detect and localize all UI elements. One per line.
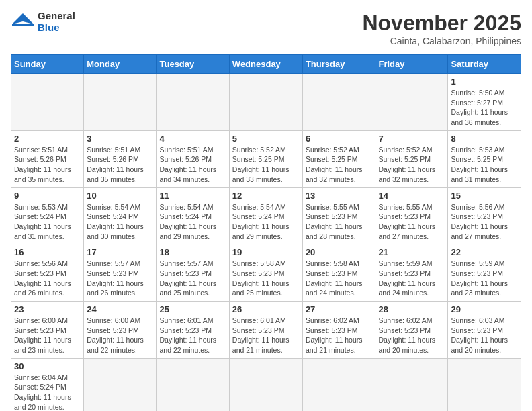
day-number: 12 — [232, 191, 300, 201]
day-cell-27: 27 Sunrise: 6:02 AM Sunset: 5:23 PM Dayl… — [302, 302, 375, 359]
day-info: Sunrise: 5:51 AM Sunset: 5:26 PM Dayligh… — [87, 145, 153, 185]
empty-cell — [229, 358, 302, 411]
day-cell-23: 23 Sunrise: 6:00 AM Sunset: 5:23 PM Dayl… — [11, 302, 84, 359]
logo: General Blue — [11, 11, 75, 33]
day-cell-9: 9 Sunrise: 5:53 AM Sunset: 5:24 PM Dayli… — [11, 187, 84, 244]
day-info: Sunrise: 5:56 AM Sunset: 5:23 PM Dayligh… — [14, 259, 81, 298]
calendar-row-3: 9 Sunrise: 5:53 AM Sunset: 5:24 PM Dayli… — [11, 187, 521, 244]
day-number: 27 — [306, 304, 373, 314]
day-cell-5: 5 Sunrise: 5:52 AM Sunset: 5:25 PM Dayli… — [229, 130, 302, 187]
day-cell-7: 7 Sunrise: 5:52 AM Sunset: 5:25 PM Dayli… — [375, 130, 448, 187]
day-cell-19: 19 Sunrise: 5:58 AM Sunset: 5:23 PM Dayl… — [229, 244, 302, 302]
day-cell-26: 26 Sunrise: 6:01 AM Sunset: 5:23 PM Dayl… — [229, 302, 302, 359]
day-cell-18: 18 Sunrise: 5:57 AM Sunset: 5:23 PM Dayl… — [157, 244, 229, 302]
day-number: 23 — [14, 304, 81, 314]
day-number: 10 — [87, 191, 153, 201]
day-info: Sunrise: 5:52 AM Sunset: 5:25 PM Dayligh… — [232, 145, 300, 185]
day-number: 16 — [14, 247, 81, 257]
day-info: Sunrise: 5:54 AM Sunset: 5:24 PM Dayligh… — [232, 202, 300, 242]
empty-cell — [84, 358, 157, 411]
day-number: 5 — [232, 134, 300, 144]
day-info: Sunrise: 5:57 AM Sunset: 5:23 PM Dayligh… — [87, 259, 153, 298]
day-cell-4: 4 Sunrise: 5:51 AM Sunset: 5:26 PM Dayli… — [157, 130, 229, 187]
day-info: Sunrise: 5:50 AM Sunset: 5:27 PM Dayligh… — [451, 88, 518, 128]
day-cell-21: 21 Sunrise: 5:59 AM Sunset: 5:23 PM Dayl… — [375, 244, 448, 302]
day-number: 18 — [159, 247, 226, 257]
day-info: Sunrise: 6:00 AM Sunset: 5:23 PM Dayligh… — [14, 316, 81, 355]
day-number: 11 — [159, 191, 226, 201]
calendar: Sunday Monday Tuesday Wednesday Thursday… — [11, 54, 521, 411]
day-info: Sunrise: 5:54 AM Sunset: 5:24 PM Dayligh… — [87, 202, 153, 242]
empty-cell — [157, 74, 229, 131]
day-info: Sunrise: 5:57 AM Sunset: 5:23 PM Dayligh… — [159, 259, 226, 298]
logo-text: General Blue — [38, 11, 75, 33]
day-cell-20: 20 Sunrise: 5:58 AM Sunset: 5:23 PM Dayl… — [302, 244, 375, 302]
day-info: Sunrise: 6:01 AM Sunset: 5:23 PM Dayligh… — [232, 316, 300, 355]
day-number: 1 — [451, 77, 518, 87]
day-number: 14 — [378, 191, 445, 201]
day-cell-15: 15 Sunrise: 5:56 AM Sunset: 5:23 PM Dayl… — [448, 187, 521, 244]
empty-cell — [302, 74, 375, 131]
day-info: Sunrise: 5:52 AM Sunset: 5:25 PM Dayligh… — [306, 145, 373, 185]
day-cell-14: 14 Sunrise: 5:55 AM Sunset: 5:23 PM Dayl… — [375, 187, 448, 244]
day-info: Sunrise: 5:58 AM Sunset: 5:23 PM Dayligh… — [306, 259, 373, 298]
day-cell-6: 6 Sunrise: 5:52 AM Sunset: 5:25 PM Dayli… — [302, 130, 375, 187]
svg-rect-2 — [12, 24, 34, 26]
day-info: Sunrise: 5:52 AM Sunset: 5:25 PM Dayligh… — [378, 145, 445, 185]
day-cell-1: 1 Sunrise: 5:50 AM Sunset: 5:27 PM Dayli… — [448, 74, 521, 131]
month-title: November 2025 — [362, 11, 521, 36]
day-number: 15 — [451, 191, 518, 201]
day-number: 13 — [306, 191, 373, 201]
day-number: 4 — [159, 134, 226, 144]
day-cell-16: 16 Sunrise: 5:56 AM Sunset: 5:23 PM Dayl… — [11, 244, 84, 302]
day-info: Sunrise: 5:53 AM Sunset: 5:25 PM Dayligh… — [451, 145, 518, 185]
day-cell-24: 24 Sunrise: 6:00 AM Sunset: 5:23 PM Dayl… — [84, 302, 157, 359]
day-info: Sunrise: 5:53 AM Sunset: 5:24 PM Dayligh… — [14, 202, 81, 242]
day-number: 30 — [14, 361, 81, 371]
day-number: 28 — [378, 304, 445, 314]
day-cell-8: 8 Sunrise: 5:53 AM Sunset: 5:25 PM Dayli… — [448, 130, 521, 187]
day-info: Sunrise: 6:02 AM Sunset: 5:23 PM Dayligh… — [378, 316, 445, 355]
day-info: Sunrise: 6:01 AM Sunset: 5:23 PM Dayligh… — [159, 316, 226, 355]
header-friday: Friday — [375, 55, 448, 74]
day-number: 24 — [87, 304, 153, 314]
day-number: 2 — [14, 134, 81, 144]
day-info: Sunrise: 5:51 AM Sunset: 5:26 PM Dayligh… — [14, 145, 81, 185]
calendar-row-2: 2 Sunrise: 5:51 AM Sunset: 5:26 PM Dayli… — [11, 130, 521, 187]
day-cell-28: 28 Sunrise: 6:02 AM Sunset: 5:23 PM Dayl… — [375, 302, 448, 359]
day-number: 26 — [232, 304, 300, 314]
empty-cell — [375, 74, 448, 131]
day-info: Sunrise: 5:55 AM Sunset: 5:23 PM Dayligh… — [306, 202, 373, 242]
day-cell-13: 13 Sunrise: 5:55 AM Sunset: 5:23 PM Dayl… — [302, 187, 375, 244]
day-cell-17: 17 Sunrise: 5:57 AM Sunset: 5:23 PM Dayl… — [84, 244, 157, 302]
weekday-header-row: Sunday Monday Tuesday Wednesday Thursday… — [11, 55, 521, 74]
day-info: Sunrise: 6:02 AM Sunset: 5:23 PM Dayligh… — [306, 316, 373, 355]
day-number: 22 — [451, 247, 518, 257]
day-cell-2: 2 Sunrise: 5:51 AM Sunset: 5:26 PM Dayli… — [11, 130, 84, 187]
day-number: 25 — [159, 304, 226, 314]
header-tuesday: Tuesday — [157, 55, 229, 74]
title-area: November 2025 Cainta, Calabarzon, Philip… — [362, 11, 521, 46]
day-cell-3: 3 Sunrise: 5:51 AM Sunset: 5:26 PM Dayli… — [84, 130, 157, 187]
day-number: 20 — [306, 247, 373, 257]
day-number: 17 — [87, 247, 153, 257]
empty-cell — [11, 74, 84, 131]
day-info: Sunrise: 5:58 AM Sunset: 5:23 PM Dayligh… — [232, 259, 300, 298]
header-wednesday: Wednesday — [229, 55, 302, 74]
empty-cell — [375, 358, 448, 411]
logo-icon — [11, 12, 35, 32]
calendar-row-5: 23 Sunrise: 6:00 AM Sunset: 5:23 PM Dayl… — [11, 302, 521, 359]
empty-cell — [157, 358, 229, 411]
day-info: Sunrise: 6:03 AM Sunset: 5:23 PM Dayligh… — [451, 316, 518, 355]
day-number: 19 — [232, 247, 300, 257]
day-number: 6 — [306, 134, 373, 144]
day-number: 21 — [378, 247, 445, 257]
day-number: 8 — [451, 134, 518, 144]
day-info: Sunrise: 6:00 AM Sunset: 5:23 PM Dayligh… — [87, 316, 153, 355]
day-number: 7 — [378, 134, 445, 144]
empty-cell — [448, 358, 521, 411]
day-info: Sunrise: 5:54 AM Sunset: 5:24 PM Dayligh… — [159, 202, 226, 242]
day-info: Sunrise: 5:59 AM Sunset: 5:23 PM Dayligh… — [378, 259, 445, 298]
empty-cell — [229, 74, 302, 131]
calendar-row-6: 30 Sunrise: 6:04 AM Sunset: 5:24 PM Dayl… — [11, 358, 521, 411]
